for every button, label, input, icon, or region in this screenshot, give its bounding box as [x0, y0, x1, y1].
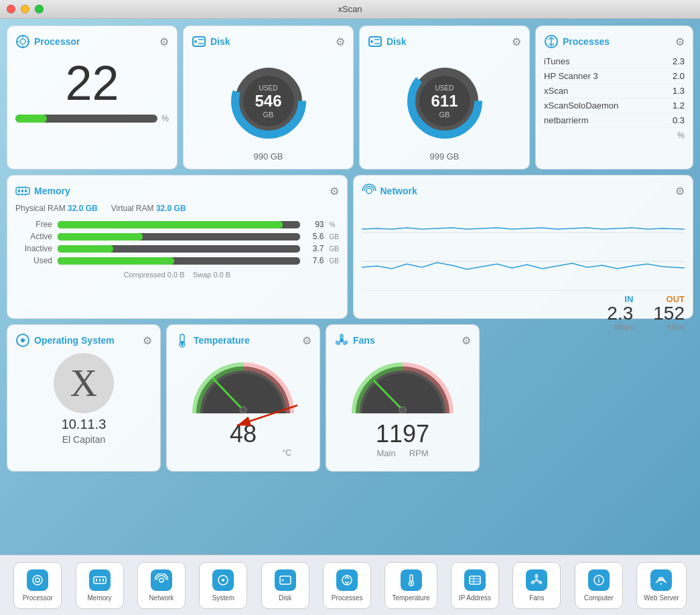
processes-gear[interactable]: ⚙ — [675, 36, 685, 48]
swap-label: Swap — [193, 271, 212, 279]
svg-point-51 — [399, 407, 406, 413]
toolbar-ipaddress-label: IP Address — [459, 594, 491, 602]
mem-label-active: Active — [15, 232, 52, 241]
svg-rect-67 — [470, 576, 480, 584]
row-1: Processor ⚙ 22 % — [7, 25, 693, 169]
minimize-button[interactable] — [21, 5, 29, 13]
process-val-0: 2.3 — [673, 56, 685, 66]
close-button[interactable] — [7, 5, 15, 13]
process-row-3: xScanSoloDaemon 1.2 — [544, 98, 685, 113]
os-icon-container: X — [15, 353, 152, 413]
os-title: Operating System — [34, 335, 115, 346]
disk1-value: 546 — [255, 92, 281, 111]
toolbar-system[interactable]: System — [199, 562, 247, 609]
svg-point-7 — [194, 40, 197, 43]
disk2-donut: USED 611 GB — [401, 58, 488, 145]
disk1-card-header: Disk ⚙ — [192, 34, 345, 49]
process-row-4: netbarrierm 0.3 — [544, 113, 685, 128]
toolbar-fans-label: Fans — [529, 594, 544, 602]
processes-unit: % — [544, 131, 685, 140]
row-2: Memory ⚙ Physical RAM 32.0 GB Virtual RA… — [7, 175, 693, 319]
swap-unit: B — [226, 271, 230, 279]
fans-gear[interactable]: ⚙ — [462, 334, 471, 347]
network-card: Network ⚙ IN 2.3 — [353, 175, 694, 319]
os-gear[interactable]: ⚙ — [143, 334, 152, 347]
toolbar-processes-label: Processes — [332, 594, 363, 602]
network-title-group: Network — [362, 184, 417, 198]
annotation-arrow — [224, 399, 304, 432]
svg-rect-24 — [21, 190, 23, 192]
temperature-gear[interactable]: ⚙ — [302, 334, 311, 347]
memory-title: Memory — [34, 186, 70, 196]
svg-rect-41 — [182, 341, 184, 344]
disk1-donut: USED 546 GB — [225, 58, 312, 145]
mem-bar-active-bg — [58, 233, 300, 241]
compressed-label: Compressed — [123, 271, 165, 279]
disk2-donut-label: USED 611 GB — [431, 84, 458, 119]
disk1-chart: USED 546 GB 990 GB — [192, 54, 345, 161]
toolbar-network[interactable]: Network — [137, 562, 186, 609]
toolbar-ipaddress-icon — [464, 569, 486, 591]
row-3: Operating System ⚙ X 10.11.3 El Capitan — [7, 324, 693, 472]
fans-gauge-svg — [349, 353, 456, 420]
os-title-group: Operating System — [15, 333, 115, 348]
os-card: Operating System ⚙ X 10.11.3 El Capitan — [7, 324, 161, 472]
disk2-used-label: USED — [431, 84, 458, 92]
toolbar-webserver-icon — [650, 569, 672, 591]
processor-title: Processor — [34, 36, 80, 47]
disk2-icon — [368, 34, 382, 49]
processes-title: Processes — [563, 36, 610, 47]
mem-bar-free-fill — [58, 221, 283, 228]
toolbar-processes[interactable]: Processes — [323, 562, 371, 609]
toolbar-temperature[interactable]: Temperature — [384, 562, 437, 609]
process-name-2: xScan — [544, 86, 673, 96]
toolbar-processor-label: Processor — [23, 594, 53, 602]
disk1-unit: GB — [255, 111, 281, 119]
toolbar-webserver-label: Web Server — [644, 594, 679, 602]
processor-card: Processor ⚙ 22 % — [7, 25, 178, 169]
toolbar-fans[interactable]: Fans — [512, 562, 561, 609]
process-name-1: HP Scanner 3 — [544, 71, 673, 81]
maximize-button[interactable] — [35, 5, 44, 13]
disk1-gear[interactable]: ⚙ — [336, 36, 345, 48]
virtual-ram-info: Virtual RAM 32.0 GB — [111, 204, 186, 213]
processor-bar: % — [15, 114, 169, 123]
disk1-total: 990 GB — [253, 151, 283, 161]
disk2-total: 999 GB — [429, 151, 459, 161]
svg-point-53 — [36, 578, 40, 582]
processor-title-group: Processor — [15, 34, 80, 49]
mem-unit-inactive: GB — [330, 245, 339, 253]
toolbar-computer[interactable]: i Computer — [575, 562, 623, 609]
svg-point-74 — [531, 579, 537, 585]
toolbar-temperature-label: Temperature — [392, 594, 429, 602]
toolbar-memory[interactable]: Memory — [76, 562, 124, 609]
svg-point-52 — [33, 575, 42, 585]
network-chart — [362, 204, 685, 291]
processor-gear[interactable]: ⚙ — [159, 36, 169, 48]
process-row-0: iTunes 2.3 — [544, 54, 685, 69]
toolbar-ipaddress[interactable]: IP Address — [451, 562, 499, 609]
disk2-card: Disk ⚙ USED 611 GB 999 G — [359, 25, 530, 169]
process-val-3: 1.2 — [673, 100, 685, 111]
physical-ram-value: 32.0 — [68, 204, 83, 213]
toolbar-disk-icon — [275, 569, 296, 591]
toolbar-processor[interactable]: Processor — [13, 562, 62, 609]
mem-value-free: 93 — [305, 220, 324, 229]
svg-point-66 — [410, 582, 412, 584]
network-gear[interactable]: ⚙ — [675, 185, 685, 198]
svg-point-72 — [535, 573, 539, 578]
memory-gear[interactable]: ⚙ — [330, 185, 339, 198]
mem-row-inactive: Inactive 3.7 GB — [15, 244, 339, 253]
processes-card-header: Processes ⚙ — [544, 34, 685, 49]
mem-unit-active: GB — [330, 233, 339, 241]
disk2-gear[interactable]: ⚙ — [512, 36, 521, 48]
net-in-group: IN 2.3 MBps — [607, 294, 633, 331]
window-controls[interactable] — [7, 5, 44, 13]
mem-unit-free: % — [330, 221, 339, 228]
toolbar-webserver[interactable]: Web Server — [636, 562, 687, 609]
mem-bar-used-bg — [58, 257, 300, 265]
network-icon — [362, 184, 376, 198]
processor-icon — [15, 34, 30, 49]
toolbar-disk[interactable]: Disk — [261, 562, 309, 609]
processes-icon — [544, 34, 559, 49]
